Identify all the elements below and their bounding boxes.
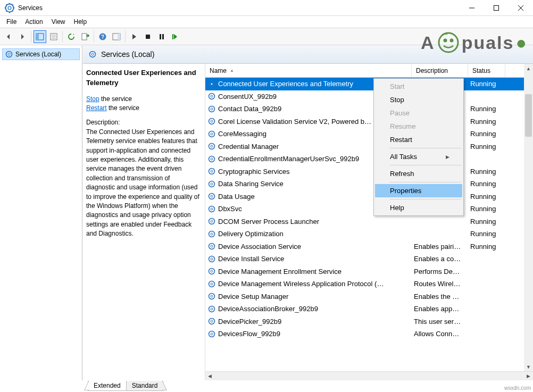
pane-header-title: Services (Local) bbox=[101, 50, 154, 59]
gear-icon bbox=[207, 305, 216, 313]
context-menu-separator bbox=[390, 165, 461, 165]
menu-help[interactable]: Help bbox=[70, 17, 91, 27]
service-status bbox=[468, 333, 505, 335]
svg-point-66 bbox=[211, 283, 213, 285]
service-row[interactable]: Data UsageRunning bbox=[205, 190, 533, 203]
vertical-scrollbar[interactable]: ▲ ▼ bbox=[524, 64, 533, 371]
column-header-status[interactable]: Status bbox=[468, 64, 505, 77]
tab-standard[interactable]: Standard bbox=[126, 381, 164, 391]
gear-icon bbox=[207, 292, 216, 301]
service-list: Name▲ Description Status Connected User … bbox=[205, 64, 533, 380]
svg-rect-27 bbox=[162, 34, 164, 39]
context-menu-all-tasks[interactable]: All Tasks▶ bbox=[375, 150, 462, 163]
minimize-button[interactable] bbox=[460, 0, 484, 16]
properties-button[interactable] bbox=[47, 30, 60, 43]
maximize-button[interactable] bbox=[484, 0, 509, 16]
gear-icon bbox=[5, 50, 13, 59]
service-row[interactable]: DCOM Server Process LauncherRunning bbox=[205, 215, 533, 228]
export-list-button[interactable] bbox=[79, 30, 91, 43]
context-menu-stop[interactable]: Stop bbox=[375, 93, 462, 106]
gear-icon bbox=[207, 242, 216, 251]
service-row[interactable]: Corel License Validation Service V2, Pow… bbox=[205, 115, 533, 128]
context-menu-restart[interactable]: Restart bbox=[375, 133, 462, 146]
context-menu-label: Help bbox=[390, 204, 404, 212]
service-row[interactable]: Device Association ServiceEnables pairi…… bbox=[205, 240, 533, 253]
svg-rect-15 bbox=[36, 34, 39, 40]
context-menu-help[interactable]: Help bbox=[375, 201, 462, 214]
service-row[interactable]: Credential ManagerRunning bbox=[205, 140, 533, 153]
scroll-up-arrow[interactable]: ▲ bbox=[524, 64, 533, 73]
service-row[interactable]: Device Install ServiceEnables a co… bbox=[205, 253, 533, 265]
svg-point-40 bbox=[211, 120, 213, 122]
svg-rect-28 bbox=[172, 34, 173, 39]
column-header-description[interactable]: Description bbox=[412, 64, 468, 77]
service-row[interactable]: DevicePicker_992b9This user ser… bbox=[205, 315, 533, 328]
service-name: CoreMessaging bbox=[218, 130, 266, 138]
stop-service-button[interactable] bbox=[141, 30, 154, 43]
service-row[interactable]: Device Management Enrollment ServicePerf… bbox=[205, 265, 533, 278]
service-status: Running bbox=[468, 166, 505, 177]
tab-extended[interactable]: Extended bbox=[88, 381, 127, 391]
context-menu-properties[interactable]: Properties bbox=[375, 184, 462, 197]
nav-forward-button[interactable] bbox=[16, 30, 29, 43]
scroll-thumb[interactable] bbox=[525, 94, 532, 137]
service-row[interactable]: Connected User Experiences and Telemetry… bbox=[205, 78, 533, 90]
stop-link[interactable]: Stop bbox=[86, 95, 99, 103]
service-row[interactable]: Data Sharing ServiceRunning bbox=[205, 178, 533, 190]
start-service-button[interactable] bbox=[128, 30, 140, 43]
service-row[interactable]: Contact Data_992b9Running bbox=[205, 103, 533, 115]
service-description: Routes Wirel… bbox=[412, 279, 468, 289]
service-row[interactable]: CredentialEnrollmentManagerUserSvc_992b9 bbox=[205, 153, 533, 165]
pause-service-button[interactable] bbox=[155, 30, 168, 43]
gear-icon bbox=[207, 255, 216, 263]
service-row[interactable]: Delivery OptimizationRunning bbox=[205, 228, 533, 240]
gear-icon bbox=[207, 267, 216, 276]
svg-point-38 bbox=[211, 108, 213, 110]
service-status bbox=[468, 295, 505, 297]
refresh-button[interactable] bbox=[65, 30, 78, 43]
svg-point-52 bbox=[211, 195, 213, 197]
svg-point-72 bbox=[211, 320, 213, 322]
svg-point-30 bbox=[8, 53, 10, 55]
restart-service-button[interactable] bbox=[169, 30, 182, 43]
gear-icon bbox=[207, 317, 216, 326]
service-row[interactable]: Device Setup ManagerEnables the … bbox=[205, 290, 533, 303]
service-row[interactable]: Cryptographic ServicesRunning bbox=[205, 165, 533, 178]
service-row[interactable]: CoreMessagingRunning bbox=[205, 128, 533, 140]
help-button[interactable]: ? bbox=[96, 30, 109, 43]
column-header-name[interactable]: Name▲ bbox=[205, 64, 412, 77]
context-menu-label: All Tasks bbox=[390, 153, 417, 161]
service-name: Contact Data_992b9 bbox=[218, 105, 281, 113]
service-status: Running bbox=[468, 79, 505, 89]
close-button[interactable] bbox=[509, 0, 533, 16]
service-row[interactable]: ConsentUX_992b9 bbox=[205, 90, 533, 103]
restart-link[interactable]: Restart bbox=[86, 104, 107, 112]
scroll-down-arrow[interactable]: ▼ bbox=[524, 362, 533, 371]
service-row[interactable]: DevicesFlow_992b9Allows Conn… bbox=[205, 328, 533, 340]
nav-back-button[interactable] bbox=[2, 30, 15, 43]
menu-view[interactable]: View bbox=[47, 17, 70, 27]
description-text: The Connected User Experiences and Telem… bbox=[86, 128, 199, 239]
service-description bbox=[412, 220, 468, 222]
service-row[interactable]: Device Management Wireless Application P… bbox=[205, 278, 533, 290]
gear-icon bbox=[207, 192, 216, 201]
show-hide-tree-button[interactable] bbox=[34, 30, 46, 43]
svg-rect-11 bbox=[494, 5, 499, 10]
service-status bbox=[468, 258, 505, 260]
gear-icon bbox=[207, 155, 216, 163]
gear-icon bbox=[207, 130, 216, 138]
gear-icon bbox=[207, 230, 216, 238]
service-row[interactable]: DbxSvcRunning bbox=[205, 203, 533, 215]
menu-action[interactable]: Action bbox=[21, 17, 47, 27]
service-row[interactable]: DeviceAssociationBroker_992b9Enables app… bbox=[205, 303, 533, 315]
context-menu-refresh[interactable]: Refresh bbox=[375, 167, 462, 180]
menu-file[interactable]: File bbox=[2, 17, 21, 27]
action-pane-button[interactable] bbox=[110, 30, 123, 43]
detail-panel: Connected User Experiences and Telemetry… bbox=[83, 64, 205, 380]
context-menu-start: Start bbox=[375, 80, 462, 93]
gear-icon bbox=[207, 167, 216, 176]
tree-node-services-local[interactable]: Services (Local) bbox=[2, 48, 80, 60]
context-menu-separator bbox=[390, 199, 461, 199]
context-menu-label: Pause bbox=[390, 109, 410, 117]
selected-service-name: Connected User Experiences and Telemetry bbox=[86, 68, 199, 88]
